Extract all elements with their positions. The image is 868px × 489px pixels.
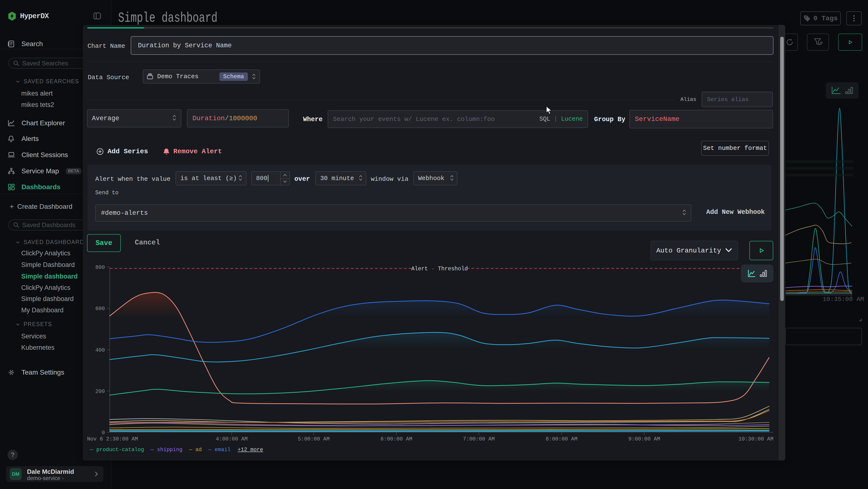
- svg-text:Nov 6 2:30:00 AM: Nov 6 2:30:00 AM: [87, 436, 138, 442]
- svg-text:9:00:00 AM: 9:00:00 AM: [628, 436, 660, 442]
- svg-text:Alert - Threshold: Alert - Threshold: [411, 266, 468, 272]
- svg-text:5:00:00 AM: 5:00:00 AM: [298, 436, 330, 442]
- svg-text:400: 400: [95, 347, 105, 353]
- svg-text:800: 800: [95, 264, 105, 270]
- svg-text:10:30:00 AM: 10:30:00 AM: [739, 436, 774, 442]
- svg-text:8:00:00 AM: 8:00:00 AM: [546, 436, 578, 442]
- svg-text:600: 600: [95, 306, 105, 312]
- svg-text:6:00:00 AM: 6:00:00 AM: [380, 436, 412, 442]
- svg-text:7:00:00 AM: 7:00:00 AM: [463, 436, 495, 442]
- svg-text:200: 200: [95, 389, 105, 395]
- svg-text:4:00:00 AM: 4:00:00 AM: [216, 436, 248, 442]
- svg-text:0: 0: [102, 430, 105, 436]
